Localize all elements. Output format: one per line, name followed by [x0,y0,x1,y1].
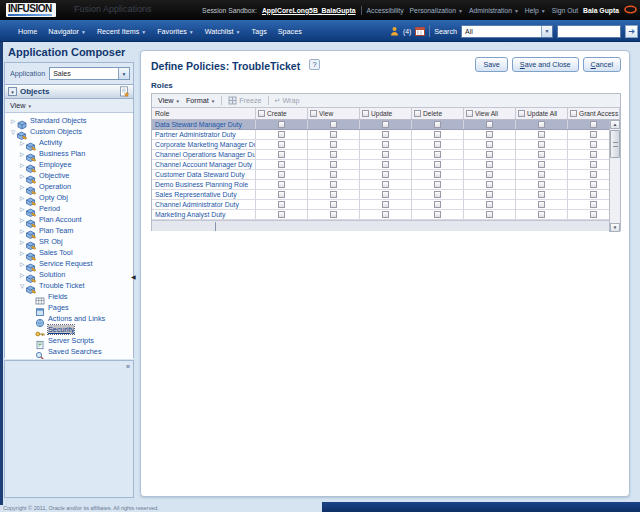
permission-checkbox[interactable] [278,121,285,128]
permission-checkbox[interactable] [330,201,337,208]
permission-checkbox[interactable] [590,151,597,158]
new-object-icon[interactable] [119,83,130,101]
permission-checkbox[interactable] [434,181,441,188]
permission-checkbox[interactable] [330,121,337,128]
wrap-button[interactable]: ↵Wrap [275,96,300,105]
tree-item-actions-and-links[interactable]: Actions and Links [5,313,133,324]
expand-arrow[interactable]: ▷ [18,239,26,245]
permission-checkbox[interactable] [330,151,337,158]
tree-item-period[interactable]: ▷Period [5,203,133,214]
header-link-sign-out[interactable]: Sign Out [552,7,578,14]
permission-checkbox[interactable] [278,141,285,148]
permission-checkbox[interactable] [382,121,389,128]
tree-item-sales-tool[interactable]: ▷Sales Tool [5,247,133,258]
nav-item-spaces[interactable]: Spaces [278,27,302,36]
permission-checkbox[interactable] [278,211,285,218]
permission-checkbox[interactable] [538,121,545,128]
permission-checkbox[interactable] [590,161,597,168]
permission-checkbox[interactable] [434,121,441,128]
permission-checkbox[interactable] [538,151,545,158]
role-column-header[interactable]: Role [152,108,256,119]
table-row[interactable]: Data Steward Manager Duty [152,120,620,130]
role-link[interactable]: Marketing Analyst Duty [152,210,256,219]
expand-arrow[interactable]: ▷ [18,195,26,201]
role-link[interactable]: Customer Data Steward Duty [152,170,256,179]
header-link-help[interactable]: Help ▼ [525,7,546,14]
table-row[interactable]: Corporate Marketing Manager Duty [152,140,620,150]
splitter-collapse-arrow[interactable]: ◀ [131,273,136,280]
permission-checkbox[interactable] [382,181,389,188]
expand-arrow[interactable]: ▷ [18,173,26,179]
search-scope-select[interactable]: All ▼ [461,25,553,38]
table-row[interactable]: Sales Representative Duty [152,190,620,200]
expand-arrow[interactable]: ▽ [18,283,26,289]
column-select-all-checkbox[interactable] [310,110,317,117]
permission-checkbox[interactable] [382,171,389,178]
expand-arrow[interactable]: ▷ [18,151,26,157]
chevron-down-icon[interactable]: ▼ [541,26,552,37]
permission-checkbox[interactable] [590,201,597,208]
nav-item-navigator[interactable]: Navigator ▼ [48,27,86,36]
cancel-button[interactable]: Cancel [583,57,621,72]
tree-item-trouble-ticket[interactable]: ▽Trouble Ticket [5,280,133,291]
tree-item-operation[interactable]: ▷Operation [5,181,133,192]
permission-checkbox[interactable] [382,201,389,208]
expand-arrow[interactable]: ▷ [18,206,26,212]
table-vertical-scrollbar[interactable]: ▲ ▼ [609,120,620,232]
expand-arrow[interactable]: ▷ [18,250,26,256]
permission-checkbox[interactable] [486,181,493,188]
permission-checkbox[interactable] [278,151,285,158]
nav-item-recent-items[interactable]: Recent Items ▼ [97,27,146,36]
permission-checkbox[interactable] [330,171,337,178]
table-view-menu[interactable]: View ▼ [158,96,180,105]
permission-checkbox[interactable] [538,141,545,148]
permission-checkbox[interactable] [590,141,597,148]
role-link[interactable]: Channel Administrator Duty [152,200,256,209]
permission-checkbox[interactable] [486,201,493,208]
permission-checkbox[interactable] [538,191,545,198]
table-format-menu[interactable]: Format ▼ [186,96,215,105]
permission-checkbox[interactable] [590,191,597,198]
tree-item-plan-account[interactable]: ▷Plan Account [5,214,133,225]
permission-checkbox[interactable] [486,191,493,198]
role-link[interactable]: Sales Representative Duty [152,190,256,199]
permission-checkbox[interactable] [538,171,545,178]
freeze-button[interactable]: Freeze [228,96,261,105]
table-row[interactable]: Channel Account Manager Duty [152,160,620,170]
permission-checkbox[interactable] [278,181,285,188]
tree-item-sr-obj[interactable]: ▷SR Obj [5,236,133,247]
column-select-all-checkbox[interactable] [466,110,473,117]
permission-checkbox[interactable] [486,211,493,218]
table-row[interactable]: Marketing Analyst Duty [152,210,620,220]
tree-view-menu[interactable]: View ▼ [10,101,32,110]
permission-checkbox[interactable] [590,131,597,138]
permission-checkbox[interactable] [538,211,545,218]
role-link[interactable]: Channel Account Manager Duty [152,160,256,169]
tree-item-pages[interactable]: Pages [5,302,133,313]
tree-item-fields[interactable]: Fields [5,291,133,302]
permission-checkbox[interactable] [382,151,389,158]
tree-item-activity[interactable]: ▷Activity [5,137,133,148]
search-go-button[interactable]: ➔ [625,25,638,38]
tree-item-saved-searches[interactable]: Saved Searches [5,346,133,357]
search-input[interactable] [557,25,621,38]
permission-checkbox[interactable] [538,131,545,138]
nav-item-home[interactable]: Home [18,27,37,36]
scroll-up-icon[interactable]: ▲ [610,120,620,129]
expand-arrow[interactable]: ▷ [18,228,26,234]
tree-item-opty-obj[interactable]: ▷Opty Obj [5,192,133,203]
header-link-personalization[interactable]: Personalization ▼ [410,7,463,14]
permission-checkbox[interactable] [538,181,545,188]
expand-arrow[interactable]: ▷ [18,217,26,223]
column-select-all-checkbox[interactable] [414,110,421,117]
permission-checkbox[interactable] [278,131,285,138]
table-row[interactable]: Channel Operations Manager Duty [152,150,620,160]
table-row[interactable]: Demo Business Planning Role [152,180,620,190]
permission-checkbox[interactable] [486,151,493,158]
permission-checkbox[interactable] [434,191,441,198]
permission-checkbox[interactable] [382,211,389,218]
permission-checkbox[interactable] [330,161,337,168]
nav-item-favorites[interactable]: Favorites ▼ [157,27,194,36]
role-link[interactable]: Corporate Marketing Manager Duty [152,140,256,149]
permission-checkbox[interactable] [590,181,597,188]
